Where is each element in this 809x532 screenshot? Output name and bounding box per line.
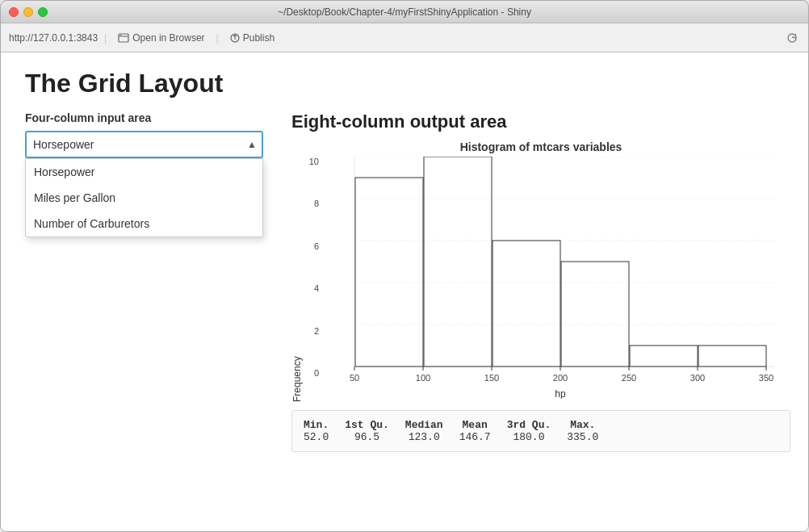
toolbar: http://127.0.0.1:3843 | Open in Browser … — [1, 23, 808, 52]
publish-button[interactable]: Publish — [225, 31, 279, 45]
bar-100-150 — [424, 157, 492, 367]
minimize-button[interactable] — [23, 7, 33, 17]
dropdown-item-carburetors[interactable]: Number of Carburetors — [26, 211, 262, 237]
svg-text:300: 300 — [690, 373, 705, 383]
open-in-browser-label: Open in Browser — [132, 32, 204, 44]
bar-150-200 — [493, 241, 560, 367]
summary-headers-row: Min. 52.0 1st Qu. 96.5 Median 123.0 Me — [304, 419, 778, 443]
y-tick-10: 10 — [309, 157, 319, 166]
y-axis: 10 8 6 4 2 0 — [304, 157, 322, 402]
bar-250-300 — [630, 346, 698, 367]
chart-container: Histogram of mtcars variables Frequency … — [291, 140, 790, 402]
right-panel-label: Eight-column output area — [291, 111, 790, 132]
refresh-button[interactable] — [784, 30, 800, 46]
select-wrapper: Horsepower ▲ Horsepower Miles per Gallon… — [25, 131, 263, 158]
bar-50-100 — [355, 178, 423, 367]
browser-icon — [118, 32, 129, 44]
refresh-icon — [786, 31, 799, 44]
page-title: The Grid Layout — [25, 69, 784, 98]
bar-200-250 — [561, 262, 629, 367]
histogram-svg: 50 100 150 200 250 300 — [322, 157, 790, 399]
left-panel-label: Four-column input area — [25, 111, 275, 124]
maximize-button[interactable] — [38, 7, 48, 17]
window-frame: ~/Desktop/Book/Chapter-4/myFirstShinyApp… — [0, 0, 809, 532]
select-current-value: Horsepower — [33, 138, 94, 151]
variable-select[interactable]: Horsepower ▲ — [25, 131, 263, 158]
window-title: ~/Desktop/Book/Chapter-4/myFirstShinyApp… — [278, 6, 531, 18]
url-display: http://127.0.0.1:3843 — [9, 32, 98, 44]
bar-300-350 — [698, 346, 766, 367]
y-tick-0: 0 — [314, 368, 319, 378]
svg-text:100: 100 — [416, 373, 430, 383]
dropdown-item-horsepower[interactable]: Horsepower — [26, 159, 262, 185]
chart-title: Histogram of mtcars variables — [291, 140, 790, 153]
traffic-lights — [9, 7, 48, 17]
svg-text:350: 350 — [759, 373, 773, 383]
y-tick-4: 4 — [314, 283, 319, 293]
main-layout: Four-column input area Horsepower ▲ Hors… — [25, 111, 784, 452]
summary-header-q1: 1st Qu. 96.5 — [345, 419, 389, 443]
summary-header-q3: 3rd Qu. 180.0 — [507, 419, 551, 443]
y-tick-6: 6 — [314, 241, 319, 251]
open-in-browser-button[interactable]: Open in Browser — [113, 31, 209, 45]
svg-text:50: 50 — [350, 373, 359, 383]
histogram-area: 50 100 150 200 250 300 — [322, 157, 790, 402]
summary-header-min: Min. 52.0 — [304, 419, 329, 443]
svg-text:150: 150 — [484, 373, 499, 383]
dropdown-menu: Horsepower Miles per Gallon Number of Ca… — [25, 158, 263, 237]
y-tick-2: 2 — [314, 326, 319, 336]
summary-table: Min. 52.0 1st Qu. 96.5 Median 123.0 Me — [291, 410, 790, 452]
svg-text:200: 200 — [553, 373, 568, 383]
svg-text:hp: hp — [555, 388, 566, 399]
summary-header-max: Max. 335.0 — [567, 419, 598, 443]
summary-header-median: Median 123.0 — [405, 419, 443, 443]
dropdown-item-mpg[interactable]: Miles per Gallon — [26, 185, 262, 211]
chevron-up-icon: ▲ — [247, 139, 257, 150]
y-axis-label: Frequency — [291, 157, 303, 402]
publish-label: Publish — [243, 32, 275, 44]
svg-text:250: 250 — [622, 373, 636, 383]
app-content: The Grid Layout Four-column input area H… — [1, 52, 808, 532]
svg-point-2 — [120, 34, 122, 36]
y-tick-8: 8 — [314, 199, 319, 208]
publish-icon — [230, 33, 240, 43]
left-panel: Four-column input area Horsepower ▲ Hors… — [25, 111, 275, 158]
close-button[interactable] — [9, 7, 19, 17]
right-panel: Eight-column output area Histogram of mt… — [291, 111, 790, 452]
summary-header-mean: Mean 146.7 — [459, 419, 491, 443]
title-bar: ~/Desktop/Book/Chapter-4/myFirstShinyApp… — [1, 1, 808, 23]
